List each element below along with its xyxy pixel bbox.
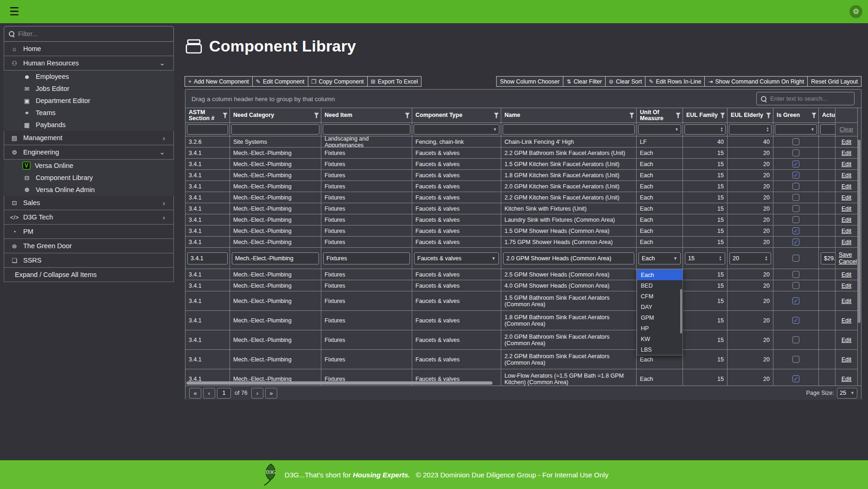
is-green-checkbox[interactable] xyxy=(792,149,799,156)
is-green-checkbox[interactable]: ✓ xyxy=(792,161,799,167)
reset-grid-layout-button[interactable]: Reset Grid Layout xyxy=(807,76,862,87)
user-account-icon[interactable]: ⚙ xyxy=(849,5,862,18)
sidebar-item-ssrs[interactable]: ❏SSRS xyxy=(4,253,174,268)
sidebar-item-department-editor[interactable]: ▣Department Editor xyxy=(4,95,174,107)
is-green-checkbox[interactable] xyxy=(792,255,799,262)
sidebar-item-teams[interactable]: ⚭Teams xyxy=(4,107,174,119)
dropdown-option-kw[interactable]: KW xyxy=(637,334,683,344)
filter-editor-eul-elderly[interactable]: ▲▼ xyxy=(729,124,772,135)
clear-filter-link[interactable]: Clear xyxy=(840,126,854,133)
sidebar-item-d3g-tech[interactable]: </>D3G Tech› xyxy=(4,210,174,225)
filter-funnel-icon[interactable] xyxy=(629,113,634,118)
column-header-eul-family[interactable]: EUL Family xyxy=(683,108,728,123)
is-green-checkbox[interactable] xyxy=(792,205,799,212)
sidebar-item-management[interactable]: ▤Management› xyxy=(4,131,174,145)
is-green-checkbox[interactable]: ✓ xyxy=(792,317,799,324)
sidebar-item-versa-online-admin[interactable]: ☸Versa Online Admin xyxy=(4,184,174,196)
edit-row-link[interactable]: Edit xyxy=(842,183,852,190)
cancel-link[interactable]: Cancel xyxy=(839,258,857,265)
dropdown-option-lbs[interactable]: LBS xyxy=(637,344,683,355)
sidebar-item-the-green-door[interactable]: ⊛The Green Door xyxy=(4,239,174,253)
edit-row-link[interactable]: Edit xyxy=(842,139,852,145)
edit-name-input[interactable]: 2.0 GPM Shower Heads (Common Area) xyxy=(503,252,634,264)
sidebar-item-sales[interactable]: ⊡Sales› xyxy=(4,196,174,210)
edit-row-link[interactable]: Edit xyxy=(842,194,852,201)
show-column-chooser-button[interactable]: Show Column Chooser xyxy=(496,76,563,87)
sidebar-item-versa-online[interactable]: VVersa Online xyxy=(4,160,174,172)
sidebar-item-engineering[interactable]: ⚙Engineering⌄ xyxy=(4,145,174,160)
export-to-excel-button[interactable]: ⊞Export To Excel xyxy=(367,76,422,87)
filter-funnel-icon[interactable] xyxy=(811,113,817,118)
hamburger-menu-icon[interactable]: ☰ xyxy=(9,5,19,18)
grid-search-box[interactable] xyxy=(756,92,855,105)
sidebar-item-component-library[interactable]: ⊟Component Library xyxy=(4,172,174,184)
sidebar-item-pm[interactable]: ◔PM xyxy=(4,225,174,239)
filter-editor-need-category[interactable] xyxy=(231,124,319,135)
sidebar-item-employees[interactable]: ☻Employees xyxy=(4,71,174,83)
edit-row-link[interactable]: Edit xyxy=(842,239,852,245)
filter-funnel-icon[interactable] xyxy=(494,113,499,118)
filter-funnel-icon[interactable] xyxy=(766,113,771,118)
sidebar-item-paybands[interactable]: ▦Paybands xyxy=(4,119,174,131)
edit-component-type-select[interactable]: Faucets & valves▼ xyxy=(414,252,499,264)
show-command-column-on-right-button[interactable]: ⇥Show Command Column On Right xyxy=(704,76,808,87)
filter-funnel-icon[interactable] xyxy=(720,113,725,118)
column-header-actual[interactable]: Actual xyxy=(819,108,836,123)
is-green-checkbox[interactable]: ✓ xyxy=(792,297,799,304)
is-green-checkbox[interactable]: ✓ xyxy=(792,375,799,382)
dropdown-option-day[interactable]: DAY xyxy=(637,302,683,312)
is-green-checkbox[interactable]: ✓ xyxy=(792,227,799,234)
edit-unit-of-measure-combo[interactable]: Each▼ xyxy=(638,252,681,264)
add-new-component-button[interactable]: +Add New Component xyxy=(185,76,253,87)
sidebar-item-expand-collapse-all-items[interactable]: Expand / Collapse All Items xyxy=(4,268,174,282)
sidebar-item-home[interactable]: ⌂Home xyxy=(4,42,174,56)
filter-editor-name[interactable] xyxy=(503,124,635,135)
group-panel[interactable]: Drag a column header here to group by th… xyxy=(185,90,861,108)
edit-row-link[interactable]: Edit xyxy=(842,376,852,382)
edit-row-link[interactable]: Edit xyxy=(842,283,852,289)
next-page-button[interactable]: › xyxy=(251,388,263,399)
column-header-astm-section-[interactable]: ASTM Section # xyxy=(185,108,230,123)
grid-search-input[interactable] xyxy=(770,95,850,102)
edit-need-category-input[interactable]: Mech.-Elect.-Plumbing xyxy=(232,252,319,264)
column-header-unit-of-measure[interactable]: Unit Of Measure xyxy=(637,108,683,123)
edit-row-link[interactable]: Edit xyxy=(842,298,852,304)
column-header-component-type[interactable]: Component Type xyxy=(412,108,501,123)
edit-row-link[interactable]: Edit xyxy=(842,206,852,212)
filter-funnel-icon[interactable] xyxy=(676,113,681,118)
column-header-need-item[interactable]: Need Item xyxy=(321,108,412,123)
is-green-checkbox[interactable] xyxy=(792,271,799,278)
is-green-checkbox[interactable]: ✓ xyxy=(792,172,799,179)
column-header-name[interactable]: Name xyxy=(501,108,637,123)
edit-row-link[interactable]: Edit xyxy=(842,228,852,234)
save-link[interactable]: Save xyxy=(839,251,852,258)
vertical-scrollbar[interactable] xyxy=(857,140,861,323)
horizontal-scrollbar[interactable] xyxy=(186,381,492,385)
copy-component-button[interactable]: ❐Copy Component xyxy=(308,76,368,87)
spinner-arrows-icon[interactable]: ▲▼ xyxy=(719,256,722,261)
filter-editor-unit-of-measure[interactable]: ▼ xyxy=(638,124,681,135)
edit-row-link[interactable]: Edit xyxy=(842,161,852,167)
first-page-button[interactable]: « xyxy=(189,388,201,399)
sidebar-filter-input[interactable] xyxy=(18,30,169,38)
edit-component-button[interactable]: ✎Edit Component xyxy=(252,76,308,87)
is-green-checkbox[interactable]: ✓ xyxy=(792,238,799,245)
edit-row-link[interactable]: Edit xyxy=(842,217,852,223)
last-page-button[interactable]: » xyxy=(265,388,277,399)
spinner-arrows-icon[interactable]: ▲▼ xyxy=(765,256,768,261)
filter-editor-is-green[interactable]: ▼ xyxy=(775,124,817,135)
edit-row-link[interactable]: Edit xyxy=(842,356,852,363)
is-green-checkbox[interactable] xyxy=(792,194,799,201)
is-green-checkbox[interactable] xyxy=(792,336,799,343)
clear-filter-button[interactable]: ⇅Clear Filter xyxy=(563,76,606,87)
is-green-checkbox[interactable] xyxy=(792,356,799,363)
spinner-arrows-icon[interactable]: ▲▼ xyxy=(766,127,769,132)
page-number-input[interactable] xyxy=(217,388,231,399)
filter-editor-actual[interactable] xyxy=(820,124,836,135)
dropdown-option-hp[interactable]: HP xyxy=(637,323,683,334)
dropdown-option-bed[interactable]: BED xyxy=(637,280,683,291)
column-header-is-green[interactable]: Is Green xyxy=(773,108,819,123)
sidebar-filter-box[interactable] xyxy=(4,26,174,42)
edit-row-link[interactable]: Edit xyxy=(842,271,852,278)
sidebar-item-human-resources[interactable]: ⚇Human Resources⌄ xyxy=(4,56,174,71)
